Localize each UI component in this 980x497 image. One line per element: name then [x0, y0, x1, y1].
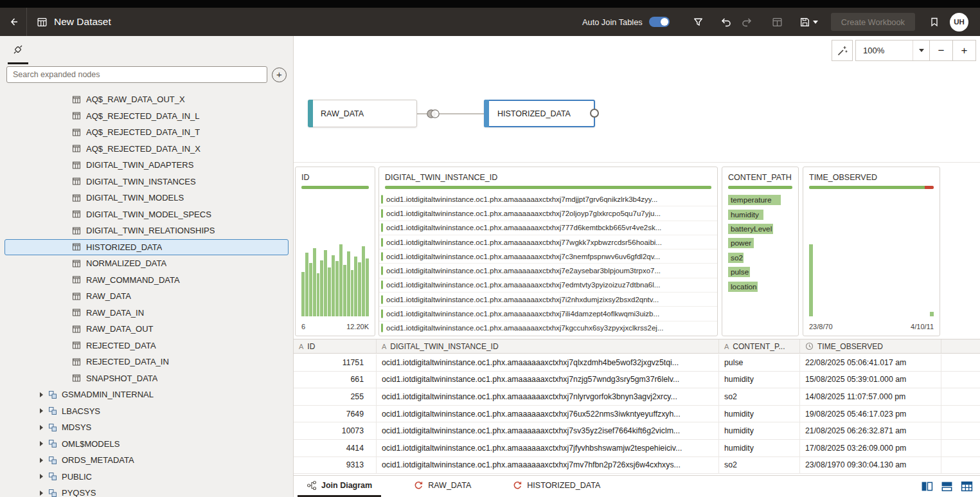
tree-schema-item-oml$models[interactable]: OML$MODELS: [4, 436, 289, 453]
column-header-digital-twin-instance-id[interactable]: ADIGITAL_TWIN_INSTANCE_ID: [377, 339, 719, 353]
split-vertical-view-icon[interactable]: [920, 480, 934, 494]
avatar[interactable]: UH: [950, 13, 968, 32]
value-bar-item[interactable]: location: [728, 279, 792, 293]
diagram-node-raw-data[interactable]: RAW_DATA: [308, 100, 417, 127]
back-button[interactable]: [0, 8, 27, 36]
value-bar-item[interactable]: power: [728, 236, 792, 250]
create-workbook-button[interactable]: Create Workbook: [831, 13, 915, 31]
tree-schema-item-mdsys[interactable]: MDSYS: [4, 419, 289, 436]
save-icon: [799, 17, 810, 28]
inner-join-icon[interactable]: [424, 107, 442, 123]
value-list-item[interactable]: ocid1.iotdigitaltwininstance.oc1.phx.ama…: [379, 221, 717, 235]
value-list-item[interactable]: ocid1.iotdigitaltwininstance.oc1.phx.ama…: [379, 292, 717, 306]
tree-schema-item-lbacsys[interactable]: LBACSYS: [4, 403, 289, 420]
zoom-in-button[interactable]: +: [953, 40, 976, 61]
expand-caret-icon[interactable]: [40, 474, 43, 479]
bookmark-icon[interactable]: [929, 17, 940, 27]
tree-table-item-aq$_raw_data_out_x[interactable]: AQ$_RAW_DATA_OUT_X: [4, 91, 289, 108]
filter-icon[interactable]: [693, 17, 704, 28]
tree-table-item-digital_twin_relationships[interactable]: DIGITAL_TWIN_RELATIONSHIPS: [4, 222, 289, 239]
dataset-tabs: Join DiagramRAW_DATAHISTORIZED_DATA: [298, 476, 632, 497]
grid-view-icon[interactable]: [959, 480, 974, 494]
table-row[interactable]: 10073ocid1.iotdigitaltwininstance.oc1.ph…: [294, 422, 980, 440]
tree-schema-item-public[interactable]: PUBLIC: [4, 469, 289, 485]
tree-table-item-digital_twin_models[interactable]: DIGITAL_TWIN_MODELS: [4, 190, 289, 206]
table-row[interactable]: 661ocid1.iotdigitaltwininstance.oc1.phx.…: [294, 372, 980, 389]
table-cell: 255: [294, 388, 377, 405]
table-row[interactable]: 7649ocid1.iotdigitaltwininstance.oc1.phx…: [294, 406, 980, 423]
table-row[interactable]: 11751ocid1.iotdigitaltwininstance.oc1.ph…: [294, 354, 980, 372]
table-row[interactable]: 255ocid1.iotdigitaltwininstance.oc1.phx.…: [294, 388, 980, 406]
tree-table-item-snapshot_data[interactable]: SNAPSHOT_DATA: [4, 370, 289, 387]
tree-schema-item-pyqsys[interactable]: PYQSYS: [4, 485, 289, 497]
column-header-id[interactable]: AID: [294, 339, 377, 353]
tree-table-item-digital_twin_instances[interactable]: DIGITAL_TWIN_INSTANCES: [4, 174, 289, 190]
tree-table-item-aq$_rejected_data_in_l[interactable]: AQ$_REJECTED_DATA_IN_L: [4, 108, 289, 125]
node-connection-handle[interactable]: [590, 109, 599, 118]
expand-caret-icon[interactable]: [40, 441, 43, 446]
tree-table-item-rejected_data_in[interactable]: REJECTED_DATA_IN: [4, 354, 289, 370]
expand-caret-icon[interactable]: [40, 458, 43, 463]
value-list-item[interactable]: ocid1.iotdigitaltwininstance.oc1.phx.ama…: [379, 321, 717, 335]
value-list-item[interactable]: ocid1.iotdigitaltwininstance.oc1.phx.ama…: [379, 263, 717, 277]
value-bar-item[interactable]: so2: [728, 251, 792, 265]
expand-caret-icon[interactable]: [40, 425, 43, 430]
value-bar-item[interactable]: humidity: [728, 207, 792, 221]
value-list-item[interactable]: ocid1.iotdigitaltwininstance.oc1.phx.ama…: [379, 192, 717, 206]
tree-table-item-raw_command_data[interactable]: RAW_COMMAND_DATA: [4, 272, 289, 289]
tree-table-item-aq$_rejected_data_in_t[interactable]: AQ$_REJECTED_DATA_IN_T: [4, 124, 289, 141]
add-node-button[interactable]: +: [272, 68, 287, 82]
tree-table-item-raw_data[interactable]: RAW_DATA: [4, 288, 289, 305]
tab-join-diagram[interactable]: Join Diagram: [298, 476, 381, 497]
quality-card-digital_twin_instance_id[interactable]: DIGITAL_TWIN_INSTANCE_IDocid1.iotdigital…: [379, 167, 718, 336]
value-list-item[interactable]: ocid1.iotdigitaltwininstance.oc1.phx.ama…: [379, 235, 717, 249]
search-input[interactable]: [6, 66, 267, 83]
value-list-item[interactable]: ocid1.iotdigitaltwininstance.oc1.phx.ama…: [379, 306, 717, 320]
search-row: +: [0, 64, 293, 88]
expand-caret-icon[interactable]: [40, 491, 43, 496]
tree-table-item-digital_twin_model_specs[interactable]: DIGITAL_TWIN_MODEL_SPECS: [4, 206, 289, 223]
value-list-item[interactable]: ocid1.iotdigitaltwininstance.oc1.phx.ama…: [379, 206, 717, 220]
quality-card-content_path[interactable]: CONTENT_PATHtemperaturehumiditybatteryLe…: [722, 167, 799, 336]
table-cell: 17/08/2025 03:26:09.000 pm: [800, 440, 941, 456]
value-list-item[interactable]: ocid1.iotdigitaltwininstance.oc1.phx.ama…: [379, 249, 717, 263]
quality-card-id[interactable]: ID612.20K: [295, 167, 375, 336]
tree-table-item-digital_twin_adapters[interactable]: DIGITAL_TWIN_ADAPTERS: [4, 157, 289, 174]
table-row[interactable]: 4414ocid1.iotdigitaltwininstance.oc1.phx…: [294, 440, 980, 457]
zoom-level-value: 100%: [863, 46, 884, 55]
schema-icon: [48, 390, 57, 399]
tree-table-item-raw_data_out[interactable]: RAW_DATA_OUT: [4, 321, 289, 338]
tree-schema-item-ords_metadata[interactable]: ORDS_METADATA: [4, 452, 289, 469]
value-bar-item[interactable]: temperature: [728, 193, 792, 207]
tree-table-item-rejected_data[interactable]: REJECTED_DATA: [4, 338, 289, 354]
diagram-node-historized-data[interactable]: HISTORIZED_DATA: [484, 100, 595, 127]
tree-table-item-aq$_rejected_data_in_x[interactable]: AQ$_REJECTED_DATA_IN_X: [4, 141, 289, 158]
save-menu[interactable]: [799, 17, 818, 28]
value-bar-item[interactable]: pulse: [728, 265, 792, 279]
zoom-level-select[interactable]: 100%: [855, 40, 930, 61]
connections-tab[interactable]: [8, 36, 28, 64]
data-preview-icon[interactable]: [772, 17, 783, 28]
value-list-item[interactable]: ocid1.iotdigitaltwininstance.oc1.phx.ama…: [379, 278, 717, 292]
column-header-content-p-[interactable]: ACONTENT_P...: [719, 339, 800, 353]
tree-table-item-normalized_data[interactable]: NORMALIZED_DATA: [4, 255, 289, 272]
quality-card-time_observed[interactable]: TIME_OBSERVED23/8/704/10/11: [803, 167, 940, 336]
tab-historized-data[interactable]: HISTORIZED_DATA: [503, 476, 609, 497]
expand-caret-icon[interactable]: [40, 408, 43, 413]
undo-icon[interactable]: [720, 16, 732, 28]
tree-schema-item-gsmadmin_internal[interactable]: GSMADMIN_INTERNAL: [4, 386, 289, 403]
auto-layout-button[interactable]: [832, 40, 853, 61]
value-bar-item[interactable]: batteryLevel: [728, 222, 792, 236]
table-row[interactable]: 9313ocid1.iotdigitaltwininstance.oc1.phx…: [294, 457, 980, 474]
tree-table-item-raw_data_in[interactable]: RAW_DATA_IN: [4, 305, 289, 321]
zoom-caret[interactable]: [913, 41, 929, 60]
auto-join-toggle[interactable]: [649, 17, 670, 27]
split-horizontal-view-icon[interactable]: [940, 480, 954, 494]
redo-icon[interactable]: [741, 16, 753, 28]
column-header-time-observed[interactable]: TIME_OBSERVED: [800, 339, 941, 353]
zoom-out-button[interactable]: −: [930, 40, 953, 61]
tree-item-label: RAW_COMMAND_DATA: [86, 275, 180, 285]
tree-table-item-historized_data[interactable]: HISTORIZED_DATA: [4, 239, 289, 256]
expand-caret-icon[interactable]: [40, 392, 43, 397]
tab-raw-data[interactable]: RAW_DATA: [404, 476, 480, 497]
